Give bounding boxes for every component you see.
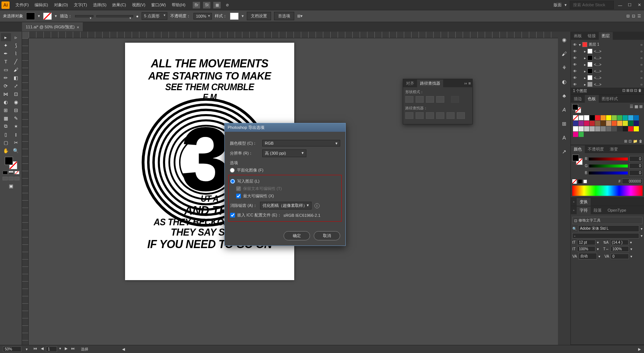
b-slider[interactable] [589, 172, 628, 174]
column-graph-tool[interactable]: ▯ [1, 130, 11, 138]
flat-image-radio[interactable] [230, 168, 235, 173]
layer-row[interactable]: 👁▸<...>○ [572, 81, 643, 88]
gradient-tool[interactable]: ▦ [1, 114, 11, 122]
color-mode-icon[interactable] [3, 171, 8, 174]
chevron-down-icon[interactable]: ▾ [565, 3, 567, 7]
collapse-icon[interactable]: ›› [464, 81, 467, 85]
visibility-icon[interactable]: 👁 [572, 69, 577, 73]
touch-type-icon[interactable]: ⊡ [574, 219, 577, 223]
black-swatch[interactable] [578, 180, 582, 183]
menu-help[interactable]: 帮助(H) [169, 1, 188, 9]
expand-button[interactable] [451, 96, 459, 103]
hscale-input[interactable]: 100% [611, 246, 629, 252]
ok-button[interactable]: 确定 [284, 231, 310, 240]
asset-export-icon[interactable]: ↗ [561, 148, 568, 155]
gradient-mode-icon[interactable] [8, 171, 14, 174]
artboard-navigation[interactable]: ⏮◀1▾▶⏭ [32, 346, 77, 352]
appearance-icon[interactable]: ◐ [561, 78, 568, 85]
max-edit-checkbox[interactable] [236, 194, 241, 198]
menu-object[interactable]: 对象(O) [51, 1, 71, 9]
merge-icon[interactable] [426, 112, 434, 119]
tracking-input[interactable]: 0 [611, 254, 629, 259]
document-tab[interactable]: 111.ai* @ 50% (RGB/预览) × [22, 22, 83, 31]
visibility-icon[interactable]: 👁 [572, 63, 577, 67]
chevron-down-icon[interactable]: ▾ [242, 14, 244, 18]
arrange-icon[interactable]: ▦ [213, 2, 221, 8]
fill-swatch[interactable] [26, 13, 35, 20]
maximize-icon[interactable]: ☐ [626, 3, 633, 8]
close-icon[interactable]: ✕ [636, 3, 643, 8]
rotate-tool[interactable]: ⟳ [1, 82, 11, 90]
delete-swatch-icon[interactable]: 🗑 [639, 139, 643, 143]
mesh-tool[interactable]: ⊟ [11, 106, 21, 114]
layer-row[interactable]: 👁▸<...>○ [572, 61, 643, 68]
hand-tool[interactable]: ✋ [1, 147, 11, 155]
align-icon[interactable]: ⊞▾ [297, 14, 303, 18]
color-fill-stroke[interactable] [572, 155, 583, 165]
minimize-icon[interactable]: — [617, 3, 623, 8]
draw-normal-icon[interactable] [3, 177, 8, 180]
chevron-down-icon[interactable]: ▾ [38, 14, 40, 18]
visibility-icon[interactable]: 👁 [572, 43, 577, 47]
eyedropper-tool[interactable]: ✎ [11, 114, 21, 122]
artboards-tab[interactable]: 画板 [571, 32, 585, 40]
swatches-tab[interactable]: 色板 [585, 95, 599, 103]
vscale-input[interactable]: 100% [577, 246, 595, 252]
layer-actions[interactable]: ⊡ ⊞ ⊟ ⊡ 🗑 [622, 88, 642, 93]
magic-wand-tool[interactable]: ✦ [1, 41, 11, 49]
zoom-level[interactable]: 50% [3, 346, 21, 352]
panel-toggle-icon[interactable]: ⊟ [626, 14, 630, 18]
intersect-icon[interactable] [426, 96, 434, 103]
layer-row[interactable]: 👁▸<...>○ [572, 68, 643, 74]
screen-mode-icon[interactable]: ▣ [6, 182, 16, 190]
artboard-tool[interactable]: ▢ [1, 138, 11, 147]
live-paint-tool[interactable]: ◉ [11, 98, 21, 106]
paragraph-tab[interactable]: 段落 [591, 206, 605, 214]
new-swatch-icon[interactable]: ⊡ [629, 139, 631, 143]
write-layers-radio[interactable] [230, 179, 235, 184]
swatch-view-icons[interactable]: ☰ ▦ ⊞ [630, 104, 643, 113]
r-slider[interactable] [589, 158, 628, 160]
color-tab[interactable]: 颜色 [571, 145, 585, 153]
font-family-select[interactable]: Adobe 宋体 Std L [578, 225, 639, 232]
scrollbar-left-icon[interactable]: ◀ [122, 347, 125, 351]
menu-file[interactable]: 文件(F) [13, 1, 32, 9]
b-value[interactable]: 0 [629, 170, 643, 176]
align-icon[interactable]: ⊞ [561, 120, 568, 127]
panel-toggle-icon[interactable]: ⊡ [632, 14, 635, 18]
hex-value[interactable]: 000000 [622, 179, 643, 184]
zoom-tool[interactable]: 🔍 [11, 147, 21, 155]
unite-icon[interactable] [405, 96, 413, 103]
r-value[interactable]: 0 [629, 156, 643, 162]
stock-icon[interactable]: St [203, 2, 210, 8]
document-setup-button[interactable]: 文档设置 [247, 12, 271, 20]
ruler-vertical[interactable] [22, 38, 29, 345]
swatch-grid[interactable] [572, 114, 643, 138]
bridge-icon[interactable]: Br [193, 2, 200, 8]
new-group-icon[interactable]: 📁 [633, 139, 637, 143]
curvature-tool[interactable]: ⌇ [11, 49, 21, 57]
font-size-input[interactable]: 12 pt [577, 240, 595, 245]
color-spectrum[interactable] [572, 186, 643, 196]
scrollbar-right-icon[interactable]: ▶ [638, 347, 641, 351]
visibility-icon[interactable]: 👁 [572, 82, 577, 87]
none-mode-icon[interactable] [14, 171, 19, 174]
stroke-swatch[interactable] [43, 13, 52, 20]
lasso-tool[interactable]: ⟆ [11, 41, 21, 49]
white-swatch[interactable] [583, 180, 587, 183]
pen-tool[interactable]: ✒ [1, 49, 11, 57]
brushes-icon[interactable]: 🖌 [561, 50, 568, 57]
layer-row[interactable]: 👁▸<...>○ [572, 54, 643, 61]
trim-icon[interactable] [416, 112, 424, 119]
scale-tool[interactable]: ⤢ [11, 82, 21, 90]
swatch-libraries-icon[interactable]: ⊞ [624, 139, 627, 143]
graphic-styles-tab[interactable]: 图形样式 [599, 95, 621, 103]
preferences-button[interactable]: 首选项 [274, 12, 294, 20]
gradient-tab[interactable]: 渐变 [607, 145, 621, 153]
gpu-icon[interactable]: ⊘ [224, 2, 231, 8]
crop-icon[interactable] [436, 112, 444, 119]
opentype-tab[interactable]: OpenType [605, 207, 629, 213]
align-tab[interactable]: 对齐 [403, 80, 417, 87]
stroke-weight-dropdown[interactable] [75, 15, 93, 17]
graphic-styles-icon[interactable]: ♣ [561, 92, 568, 99]
